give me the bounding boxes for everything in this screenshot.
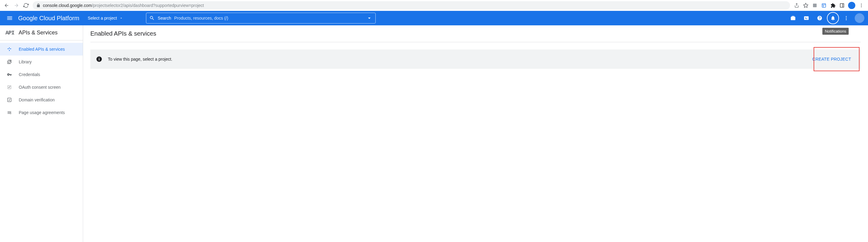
cloud-shell-icon[interactable] bbox=[800, 12, 812, 24]
sidebar-item-label: OAuth consent screen bbox=[19, 85, 61, 90]
svg-point-9 bbox=[846, 18, 847, 19]
notifications-button[interactable] bbox=[827, 12, 839, 24]
api-logo-icon: API bbox=[5, 30, 14, 36]
panel-icon[interactable] bbox=[838, 1, 846, 10]
svg-point-8 bbox=[846, 16, 847, 17]
profile-avatar[interactable] bbox=[848, 2, 855, 9]
chevron-down-icon bbox=[366, 15, 372, 21]
key-icon bbox=[7, 72, 12, 77]
gcp-logo[interactable]: Google Cloud Platform bbox=[18, 15, 79, 22]
sidebar-header: API APIs & Services bbox=[0, 25, 83, 40]
url-text: console.cloud.google.com/projectselector… bbox=[43, 3, 204, 8]
search-label: Search bbox=[158, 16, 171, 21]
page-title: Enabled APIs & services bbox=[90, 30, 861, 37]
extension-1-icon[interactable] bbox=[811, 1, 819, 10]
sidebar-item-agreements[interactable]: Page usage agreements bbox=[0, 106, 83, 119]
main-content: Enabled APIs & services i To view this p… bbox=[83, 25, 868, 242]
notifications-tooltip: Notifications bbox=[823, 28, 849, 35]
bookmark-icon[interactable] bbox=[802, 1, 810, 10]
sidebar-item-enabled-apis[interactable]: Enabled APIs & services bbox=[0, 43, 83, 56]
sidebar-item-domain[interactable]: Domain verification bbox=[0, 94, 83, 106]
svg-point-5 bbox=[861, 4, 862, 4]
svg-point-10 bbox=[846, 19, 847, 20]
header-more-icon[interactable] bbox=[840, 12, 852, 24]
address-bar[interactable]: console.cloud.google.com/projectselector… bbox=[33, 1, 790, 10]
dashboard-icon bbox=[7, 46, 12, 52]
sidebar-item-label: Credentials bbox=[19, 72, 40, 77]
svg-rect-3 bbox=[840, 4, 844, 7]
bell-icon bbox=[830, 15, 836, 21]
search-placeholder: Products, resources, docs (/) bbox=[174, 16, 363, 21]
gift-icon[interactable] bbox=[787, 12, 799, 24]
sidebar-item-credentials[interactable]: Credentials bbox=[0, 68, 83, 81]
svg-marker-0 bbox=[804, 3, 808, 7]
account-avatar[interactable] bbox=[855, 13, 864, 23]
back-button[interactable] bbox=[2, 1, 11, 10]
search-icon bbox=[149, 15, 155, 21]
lock-icon bbox=[36, 3, 40, 7]
dropdown-icon bbox=[119, 16, 123, 20]
info-icon: i bbox=[96, 57, 102, 62]
sidebar-item-label: Domain verification bbox=[19, 98, 55, 102]
create-project-button[interactable]: CREATE PROJECT bbox=[809, 54, 855, 64]
sidebar-item-oauth[interactable]: OAuth consent screen bbox=[0, 81, 83, 94]
nav-menu-button[interactable] bbox=[4, 12, 16, 24]
share-icon[interactable] bbox=[793, 1, 801, 10]
svg-point-6 bbox=[861, 5, 862, 6]
info-banner: i To view this page, select a project. C… bbox=[90, 49, 861, 69]
sidebar-section-title: APIs & Services bbox=[19, 30, 57, 36]
sidebar-item-label: Library bbox=[19, 60, 32, 64]
check-icon bbox=[7, 97, 12, 103]
svg-rect-12 bbox=[7, 98, 11, 102]
sidebar-item-label: Page usage agreements bbox=[19, 110, 65, 115]
consent-icon bbox=[7, 84, 12, 90]
agreements-icon bbox=[7, 110, 12, 115]
library-icon bbox=[7, 59, 12, 65]
extensions-icon[interactable] bbox=[829, 1, 837, 10]
project-selector[interactable]: Select a project bbox=[85, 16, 125, 21]
browser-chrome: console.cloud.google.com/projectselector… bbox=[0, 0, 868, 11]
svg-point-7 bbox=[861, 6, 862, 7]
forward-button[interactable] bbox=[12, 1, 21, 10]
svg-rect-1 bbox=[813, 4, 817, 7]
svg-rect-2 bbox=[822, 4, 826, 7]
extension-2-icon[interactable] bbox=[819, 1, 828, 10]
sidebar-item-label: Enabled APIs & services bbox=[19, 47, 65, 51]
banner-text: To view this page, select a project. bbox=[108, 57, 172, 62]
gcp-header: Google Cloud Platform Select a project S… bbox=[0, 11, 868, 25]
reload-button[interactable] bbox=[22, 1, 30, 10]
help-icon[interactable] bbox=[814, 12, 826, 24]
project-selector-label: Select a project bbox=[88, 16, 117, 21]
sidebar-item-library[interactable]: Library bbox=[0, 56, 83, 68]
sidebar: API APIs & Services Enabled APIs & servi… bbox=[0, 25, 83, 242]
chrome-menu-icon[interactable] bbox=[857, 1, 866, 10]
search-box[interactable]: Search Products, resources, docs (/) bbox=[146, 13, 376, 24]
